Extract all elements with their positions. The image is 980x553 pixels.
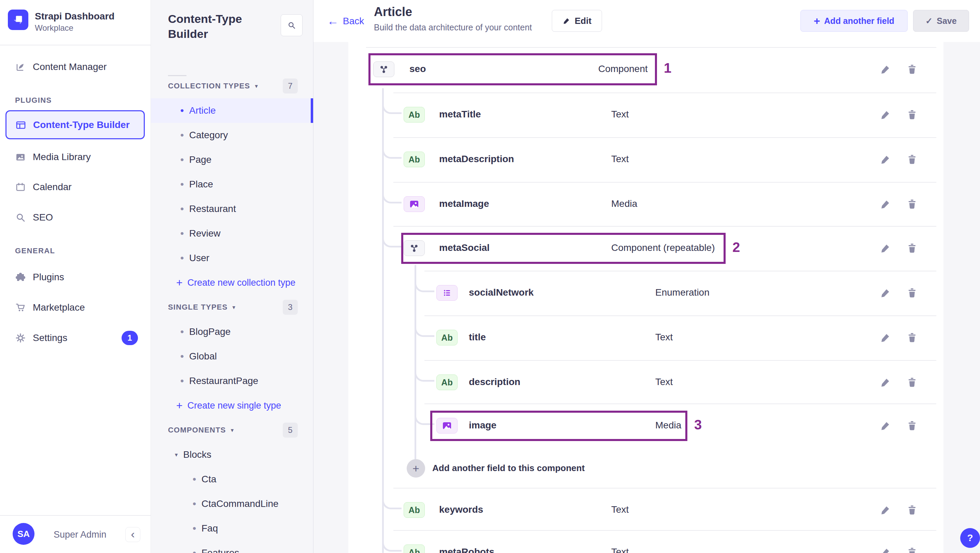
edit-field-button[interactable] xyxy=(880,332,891,343)
edit-field-button[interactable] xyxy=(880,377,891,388)
subnav-item-features[interactable]: •Features xyxy=(151,541,313,553)
delete-field-button[interactable] xyxy=(906,198,918,210)
edit-field-button[interactable] xyxy=(880,504,891,516)
item-label: Restaurant xyxy=(189,203,236,215)
sidebar-item-label: Content Manager xyxy=(33,62,107,72)
field-type: Text xyxy=(611,547,628,553)
item-label: Article xyxy=(189,105,216,116)
subnav-item-page[interactable]: •Page xyxy=(151,148,313,172)
field-name: metaRobots xyxy=(439,547,495,553)
subnav-item-category[interactable]: •Category xyxy=(151,123,313,148)
sidebar-item-content-manager[interactable]: Content Manager xyxy=(0,53,151,81)
edit-field-button[interactable] xyxy=(880,287,891,299)
chevron-down-icon[interactable]: ▾ xyxy=(255,83,258,90)
sidebar-item-media-library[interactable]: Media Library xyxy=(0,143,151,171)
edit-field-button[interactable] xyxy=(880,420,891,431)
page-subtitle: Build the data architecture of your cont… xyxy=(374,22,532,32)
subnav-item-restaurant[interactable]: •Restaurant xyxy=(151,197,313,221)
tree-elbow xyxy=(382,95,402,114)
back-link[interactable]: ← Back xyxy=(327,0,364,42)
sidebar-item-calendar[interactable]: Calendar xyxy=(0,173,151,201)
delete-field-button[interactable] xyxy=(906,332,918,343)
plugins-section-label: PLUGINS xyxy=(15,96,52,105)
section-label: COLLECTION TYPES xyxy=(168,82,250,91)
delete-field-button[interactable] xyxy=(906,504,918,516)
collapse-sidebar-button[interactable]: ‹ xyxy=(125,527,140,542)
edit-field-button[interactable] xyxy=(880,64,891,75)
edit-field-button[interactable] xyxy=(880,154,891,165)
row-divider xyxy=(393,182,936,183)
count-badge: 3 xyxy=(283,300,298,315)
subnav-section-header-components[interactable]: COMPONENTS▾5 xyxy=(151,418,313,442)
row-divider xyxy=(425,360,936,361)
delete-field-button[interactable] xyxy=(906,109,918,121)
cart-icon xyxy=(15,302,26,313)
sidebar-item-plugins[interactable]: Plugins xyxy=(0,264,151,291)
group-label: Blocks xyxy=(183,449,212,460)
item-label: Category xyxy=(189,130,228,141)
subnav-item-cta[interactable]: •Cta xyxy=(151,467,313,491)
help-button[interactable]: ? xyxy=(960,528,980,548)
delete-field-button[interactable] xyxy=(906,242,918,254)
sidebar-item-content-type-builder[interactable]: Content-Type Builder xyxy=(5,110,145,139)
tree-elbow xyxy=(382,140,402,159)
chevron-down-icon[interactable]: ▾ xyxy=(232,304,235,311)
edit-field-button[interactable] xyxy=(880,198,891,210)
strapi-logo-icon[interactable] xyxy=(8,10,28,30)
subnav-item-blogpage[interactable]: •BlogPage xyxy=(151,319,313,344)
subnav-search-button[interactable] xyxy=(281,14,302,36)
bullet-icon: • xyxy=(180,178,186,190)
subnav-item-article[interactable]: •Article xyxy=(151,98,313,123)
bullet-icon: • xyxy=(180,351,186,362)
delete-field-button[interactable] xyxy=(906,64,918,75)
delete-field-button[interactable] xyxy=(906,420,918,431)
edit-field-button[interactable] xyxy=(880,109,891,121)
chevron-down-icon[interactable]: ▾ xyxy=(175,451,178,458)
field-type: Text xyxy=(655,377,673,388)
field-type: Media xyxy=(611,198,637,209)
component-group-blocks[interactable]: ▾Blocks xyxy=(151,442,313,467)
bullet-icon: • xyxy=(180,228,186,239)
delete-field-button[interactable] xyxy=(906,287,918,299)
add-field-to-component-button[interactable]: + xyxy=(407,459,425,478)
add-another-field-button[interactable]: + Add another field xyxy=(800,10,908,32)
main-sidebar: Strapi Dashboard Workplace Content Manag… xyxy=(0,0,151,553)
save-button[interactable]: ✓ Save xyxy=(913,10,969,32)
field-name: socialNetwork xyxy=(469,287,534,298)
subnav-item-faq[interactable]: •Faq xyxy=(151,516,313,541)
general-section-label: GENERAL xyxy=(15,246,55,255)
delete-field-button[interactable] xyxy=(906,377,918,388)
chevron-down-icon[interactable]: ▾ xyxy=(231,427,234,434)
subnav-item-restaurantpage[interactable]: •RestaurantPage xyxy=(151,369,313,393)
sidebar-item-marketplace[interactable]: Marketplace xyxy=(0,294,151,321)
edit-field-button[interactable] xyxy=(880,547,891,553)
divider xyxy=(0,45,151,45)
subnav-item-review[interactable]: •Review xyxy=(151,221,313,246)
subnav-item-place[interactable]: •Place xyxy=(151,172,313,197)
subnav-item-user[interactable]: •User xyxy=(151,246,313,270)
add-field-label: Add another field xyxy=(824,16,895,26)
create-new-single-type-link[interactable]: +Create new single type xyxy=(151,393,313,418)
field-type: Enumeration xyxy=(655,287,710,298)
text-field-icon: Ab xyxy=(404,152,425,167)
subnav-item-global[interactable]: •Global xyxy=(151,344,313,369)
item-label: Global xyxy=(189,351,217,362)
section-label: SINGLE TYPES xyxy=(168,303,228,311)
edit-field-button[interactable] xyxy=(880,242,891,254)
annotation-box xyxy=(368,53,657,85)
subnav-section-header-collection-types[interactable]: COLLECTION TYPES▾7 xyxy=(151,74,313,98)
subnav-item-ctacommandline[interactable]: •CtaCommandLine xyxy=(151,491,313,516)
avatar[interactable]: SA xyxy=(13,523,35,545)
edit-label: Edit xyxy=(575,16,592,26)
sidebar-item-seo[interactable]: SEO xyxy=(0,204,151,231)
tree-elbow xyxy=(415,273,434,292)
user-name: Super Admin xyxy=(54,529,107,540)
add-field-to-component-label[interactable]: Add another field to this component xyxy=(432,463,585,474)
bullet-icon: • xyxy=(180,105,186,116)
delete-field-button[interactable] xyxy=(906,547,918,553)
subnav-section-header-single-types[interactable]: SINGLE TYPES▾3 xyxy=(151,295,313,319)
workspace-subtitle: Workplace xyxy=(35,23,73,33)
create-new-collection-type-link[interactable]: +Create new collection type xyxy=(151,270,313,295)
delete-field-button[interactable] xyxy=(906,154,918,165)
edit-button[interactable]: Edit xyxy=(552,10,602,32)
